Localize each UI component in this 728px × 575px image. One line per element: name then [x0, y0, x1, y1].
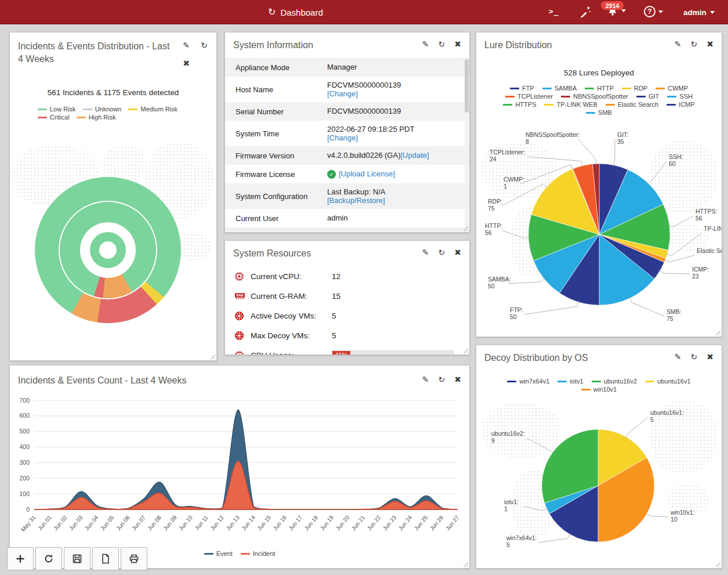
legend-color-dash [83, 109, 92, 110]
legend-item[interactable]: GIT [636, 93, 659, 100]
legend-item[interactable]: SMB [586, 109, 612, 116]
user-menu[interactable]: admin [683, 0, 715, 24]
close-icon[interactable]: ✖ [183, 59, 190, 67]
legend-item[interactable]: Critical [38, 114, 70, 121]
resource-row: Max Decoy VMs:5 [225, 326, 469, 345]
lures-deployed-label: 528 Lures Deployed [476, 68, 722, 77]
legend-item-label: SMB [598, 109, 612, 116]
decoy-pie-chart[interactable]: ubuntu16v1:5win10v1:10win7x64v1:5iotv1:1… [476, 401, 722, 569]
edit-icon[interactable]: ✎ [422, 248, 429, 256]
lure-pie-chart[interactable]: GIT:35SSH:60HTTPS:56TP-LINK WEB:Elastic … [476, 120, 722, 337]
legend-item[interactable]: Incident [241, 550, 276, 557]
inline-link[interactable]: [Upload License] [339, 169, 395, 178]
resource-value: 5 [332, 331, 336, 340]
pie-label-leader-line [524, 507, 548, 511]
legend-item[interactable]: ICMP [667, 101, 695, 108]
value-text: 2022-06-27 09:18:25 PDT [327, 125, 414, 133]
x-axis-tick-label: Jun 26 [429, 514, 445, 531]
save-layout-button[interactable] [64, 547, 90, 570]
scrollbar-thumb[interactable] [465, 59, 469, 113]
legend-item[interactable]: NBNSSpoofSpotter [561, 93, 628, 100]
info-value-line: Manager [327, 63, 357, 72]
legend-item[interactable]: Event [204, 550, 233, 557]
refresh-dashboard-button[interactable] [35, 547, 62, 570]
refresh-icon[interactable]: ↻ [201, 41, 208, 49]
close-icon[interactable]: ✖ [454, 248, 461, 256]
incidents-events-area-chart[interactable]: 0100200300400500600700May 31Jun 01Jun 02… [10, 393, 470, 540]
inline-link[interactable]: [Change] [327, 133, 358, 142]
inline-link[interactable]: [Update] [400, 151, 429, 160]
ram-icon: RAM [234, 291, 251, 301]
close-icon[interactable]: ✖ [707, 353, 713, 361]
legend-item-label: RDP [634, 85, 647, 92]
legend-color-dash [557, 381, 567, 382]
edit-icon[interactable]: ✎ [675, 353, 682, 361]
inline-link[interactable]: [Change] [327, 89, 358, 98]
legend-item[interactable]: SSH [667, 93, 693, 100]
x-axis-tick-label: Jun 09 [162, 514, 178, 531]
close-icon[interactable]: ✖ [707, 40, 713, 48]
close-icon[interactable]: ✖ [454, 40, 461, 48]
legend-item[interactable]: HTTP [585, 85, 614, 92]
refresh-icon[interactable]: ↻ [691, 353, 698, 361]
print-button[interactable] [121, 547, 147, 570]
refresh-icon[interactable]: ↻ [691, 40, 698, 48]
legend-color-dash [585, 88, 594, 89]
risk-donut-chart[interactable] [35, 177, 181, 323]
info-row-value: FDCVMS0000000139[Change] [327, 81, 401, 99]
chevron-down-icon [710, 11, 715, 14]
refresh-icon[interactable]: ↻ [439, 375, 446, 384]
legend-item[interactable]: iotv1 [557, 378, 583, 385]
pie-slice-label: SSH:60 [669, 153, 683, 167]
legend-item[interactable]: TCPListener [505, 93, 553, 100]
info-row-label: Current User [236, 214, 327, 223]
legend-item[interactable]: FTP [510, 85, 534, 92]
resize-handle[interactable] [209, 353, 215, 359]
new-page-button[interactable] [92, 547, 119, 570]
setup-wizard-icon[interactable] [579, 5, 591, 20]
edit-icon[interactable]: ✎ [675, 40, 682, 48]
legend-item-label: GIT [649, 93, 659, 100]
legend-item[interactable]: win7x64v1 [507, 378, 549, 385]
legend-color-dash [542, 88, 552, 89]
legend-item[interactable]: Medium Risk [128, 106, 178, 113]
x-axis-tick-label: Jun 22 [366, 514, 382, 531]
legend-item[interactable]: CWMP [655, 85, 688, 92]
pie-slice-label: SAMBA:50 [488, 276, 511, 290]
help-menu[interactable]: ? [644, 6, 663, 17]
system-resources-list: Current vCPU:12RAMCurrent G-RAM:15Active… [225, 266, 469, 355]
dashboard-title-label: Dashboard [280, 8, 323, 17]
legend-item[interactable]: win10v1 [581, 386, 617, 393]
scrollbar[interactable] [465, 59, 469, 230]
panel-lure-distribution: Lure Distribution ✎ ↻ ✖ 528 Lures Deploy… [476, 32, 722, 337]
legend-item[interactable]: Low Risk [38, 106, 76, 113]
edit-icon[interactable]: ✎ [422, 375, 429, 384]
legend-item[interactable]: ubuntu16v2 [592, 378, 638, 385]
info-row-value: Last Backup: N/A[Backup/Restore] [327, 187, 385, 205]
legend-item[interactable]: Elastic Search [606, 101, 658, 108]
info-value-line: FDCVMS0000000139 [327, 81, 401, 90]
dashboard-menu-button[interactable]: ↻ Dashboard [268, 0, 323, 24]
legend-item[interactable]: TP-LINK WEB [544, 101, 597, 108]
resize-handle[interactable] [462, 560, 468, 567]
legend-item[interactable]: High Risk [77, 114, 116, 121]
cli-console-icon[interactable]: >_ [549, 7, 559, 16]
close-icon[interactable]: ✖ [454, 375, 461, 384]
pie-label-leader-line [648, 161, 667, 185]
edit-icon[interactable]: ✎ [422, 40, 429, 48]
inline-link[interactable]: [Backup/Restore] [327, 196, 385, 205]
refresh-icon[interactable]: ↻ [439, 248, 446, 256]
legend-color-dash [241, 553, 250, 555]
info-row-label: Firmware Version [236, 151, 327, 160]
refresh-icon[interactable]: ↻ [439, 40, 446, 48]
legend-item[interactable]: ubuntu16v1 [645, 378, 691, 385]
pie-slice-label: HTTPS:56 [696, 208, 717, 222]
legend-item[interactable]: HTTPS [503, 101, 536, 108]
add-widget-button[interactable] [7, 547, 34, 570]
legend-item-label: HTTP [597, 85, 614, 92]
value-text: Manager [327, 63, 357, 71]
edit-icon[interactable]: ✎ [183, 41, 190, 49]
legend-item[interactable]: SAMBA [542, 85, 577, 92]
legend-item[interactable]: RDP [622, 85, 647, 92]
legend-item[interactable]: Unknown [83, 106, 122, 113]
